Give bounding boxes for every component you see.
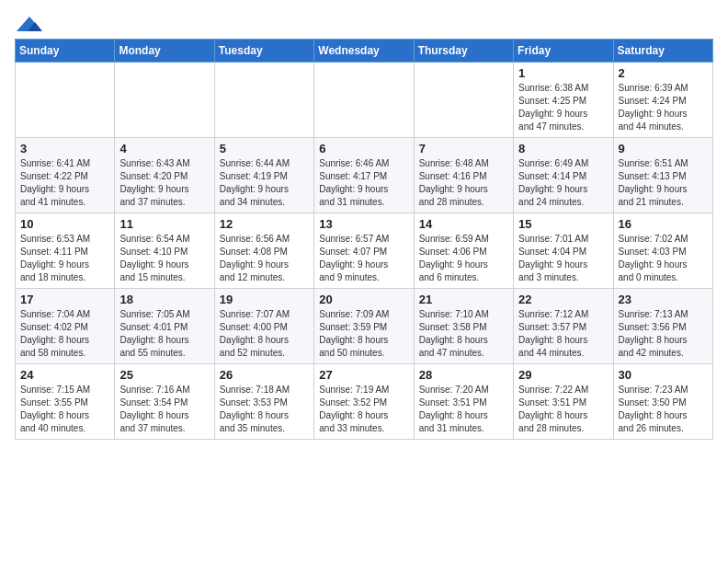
day-info: Sunrise: 7:12 AM Sunset: 3:57 PM Dayligh… bbox=[518, 308, 608, 360]
calendar-cell: 23Sunrise: 7:13 AM Sunset: 3:56 PM Dayli… bbox=[613, 289, 712, 364]
day-info: Sunrise: 7:04 AM Sunset: 4:02 PM Dayligh… bbox=[20, 308, 109, 360]
day-info: Sunrise: 6:54 AM Sunset: 4:10 PM Dayligh… bbox=[119, 233, 209, 284]
calendar-cell: 8Sunrise: 6:49 AM Sunset: 4:14 PM Daylig… bbox=[514, 138, 613, 213]
calendar-cell: 11Sunrise: 6:54 AM Sunset: 4:10 PM Dayli… bbox=[115, 213, 214, 289]
day-number: 6 bbox=[319, 142, 408, 155]
day-info: Sunrise: 6:46 AM Sunset: 4:17 PM Dayligh… bbox=[319, 157, 408, 209]
calendar-week-row: 3Sunrise: 6:41 AM Sunset: 4:22 PM Daylig… bbox=[16, 138, 713, 213]
calendar-cell: 16Sunrise: 7:02 AM Sunset: 4:03 PM Dayli… bbox=[613, 213, 712, 289]
day-number: 8 bbox=[518, 142, 608, 155]
day-info: Sunrise: 7:02 AM Sunset: 4:03 PM Dayligh… bbox=[619, 233, 708, 284]
day-number: 24 bbox=[20, 368, 109, 382]
day-number: 19 bbox=[220, 293, 309, 306]
day-info: Sunrise: 7:01 AM Sunset: 4:04 PM Dayligh… bbox=[518, 233, 608, 284]
calendar-cell: 7Sunrise: 6:48 AM Sunset: 4:16 PM Daylig… bbox=[414, 138, 513, 213]
day-info: Sunrise: 6:44 AM Sunset: 4:19 PM Dayligh… bbox=[220, 157, 309, 209]
calendar-cell bbox=[214, 63, 313, 138]
day-number: 5 bbox=[220, 142, 309, 155]
day-info: Sunrise: 6:39 AM Sunset: 4:24 PM Dayligh… bbox=[619, 82, 708, 133]
day-number: 14 bbox=[419, 217, 508, 231]
day-number: 21 bbox=[419, 293, 508, 306]
calendar-cell: 22Sunrise: 7:12 AM Sunset: 3:57 PM Dayli… bbox=[514, 289, 613, 364]
header-wednesday: Wednesday bbox=[314, 40, 414, 63]
header-monday: Monday bbox=[115, 40, 214, 63]
calendar-cell: 20Sunrise: 7:09 AM Sunset: 3:59 PM Dayli… bbox=[314, 289, 414, 364]
header-tuesday: Tuesday bbox=[214, 40, 313, 63]
calendar-cell: 1Sunrise: 6:38 AM Sunset: 4:25 PM Daylig… bbox=[514, 63, 613, 138]
day-number: 17 bbox=[20, 293, 109, 306]
calendar-cell: 26Sunrise: 7:18 AM Sunset: 3:53 PM Dayli… bbox=[214, 364, 313, 440]
day-info: Sunrise: 7:13 AM Sunset: 3:56 PM Dayligh… bbox=[619, 308, 708, 360]
day-info: Sunrise: 7:07 AM Sunset: 4:00 PM Dayligh… bbox=[220, 308, 309, 360]
day-info: Sunrise: 7:16 AM Sunset: 3:54 PM Dayligh… bbox=[119, 384, 209, 435]
day-number: 15 bbox=[518, 217, 608, 231]
day-info: Sunrise: 6:38 AM Sunset: 4:25 PM Dayligh… bbox=[518, 82, 608, 133]
day-info: Sunrise: 6:53 AM Sunset: 4:11 PM Dayligh… bbox=[20, 233, 109, 284]
calendar-cell: 27Sunrise: 7:19 AM Sunset: 3:52 PM Dayli… bbox=[314, 364, 414, 440]
day-number: 28 bbox=[419, 368, 508, 382]
header-saturday: Saturday bbox=[613, 40, 712, 63]
day-info: Sunrise: 7:23 AM Sunset: 3:50 PM Dayligh… bbox=[619, 384, 708, 435]
calendar-header-row: SundayMondayTuesdayWednesdayThursdayFrid… bbox=[16, 40, 713, 63]
day-info: Sunrise: 6:56 AM Sunset: 4:08 PM Dayligh… bbox=[220, 233, 309, 284]
day-number: 30 bbox=[619, 368, 708, 382]
day-number: 1 bbox=[518, 66, 608, 80]
day-number: 25 bbox=[119, 368, 209, 382]
day-number: 7 bbox=[419, 142, 508, 155]
day-number: 18 bbox=[119, 293, 209, 306]
day-number: 26 bbox=[220, 368, 309, 382]
day-number: 9 bbox=[619, 142, 708, 155]
day-number: 20 bbox=[319, 293, 408, 306]
calendar-cell: 4Sunrise: 6:43 AM Sunset: 4:20 PM Daylig… bbox=[115, 138, 214, 213]
day-number: 23 bbox=[619, 293, 708, 306]
day-number: 4 bbox=[119, 142, 209, 155]
calendar-table: SundayMondayTuesdayWednesdayThursdayFrid… bbox=[15, 39, 713, 440]
day-info: Sunrise: 6:59 AM Sunset: 4:06 PM Dayligh… bbox=[419, 233, 508, 284]
calendar-cell: 18Sunrise: 7:05 AM Sunset: 4:01 PM Dayli… bbox=[115, 289, 214, 364]
day-number: 11 bbox=[119, 217, 209, 231]
header-sunday: Sunday bbox=[16, 40, 115, 63]
header-friday: Friday bbox=[514, 40, 613, 63]
calendar-cell: 9Sunrise: 6:51 AM Sunset: 4:13 PM Daylig… bbox=[613, 138, 712, 213]
calendar-cell: 30Sunrise: 7:23 AM Sunset: 3:50 PM Dayli… bbox=[613, 364, 712, 440]
calendar-cell: 17Sunrise: 7:04 AM Sunset: 4:02 PM Dayli… bbox=[16, 289, 115, 364]
calendar-cell: 6Sunrise: 6:46 AM Sunset: 4:17 PM Daylig… bbox=[314, 138, 414, 213]
day-number: 13 bbox=[319, 217, 408, 231]
day-number: 16 bbox=[619, 217, 708, 231]
day-info: Sunrise: 7:10 AM Sunset: 3:58 PM Dayligh… bbox=[419, 308, 508, 360]
day-info: Sunrise: 7:18 AM Sunset: 3:53 PM Dayligh… bbox=[220, 384, 309, 435]
calendar-cell: 24Sunrise: 7:15 AM Sunset: 3:55 PM Dayli… bbox=[16, 364, 115, 440]
calendar-cell: 28Sunrise: 7:20 AM Sunset: 3:51 PM Dayli… bbox=[414, 364, 513, 440]
calendar-cell: 25Sunrise: 7:16 AM Sunset: 3:54 PM Dayli… bbox=[115, 364, 214, 440]
calendar-cell bbox=[115, 63, 214, 138]
day-number: 22 bbox=[518, 293, 608, 306]
day-info: Sunrise: 6:48 AM Sunset: 4:16 PM Dayligh… bbox=[419, 157, 508, 209]
calendar-cell: 19Sunrise: 7:07 AM Sunset: 4:00 PM Dayli… bbox=[214, 289, 313, 364]
calendar-cell: 5Sunrise: 6:44 AM Sunset: 4:19 PM Daylig… bbox=[214, 138, 313, 213]
calendar-week-row: 10Sunrise: 6:53 AM Sunset: 4:11 PM Dayli… bbox=[16, 213, 713, 289]
calendar-week-row: 24Sunrise: 7:15 AM Sunset: 3:55 PM Dayli… bbox=[16, 364, 713, 440]
calendar-cell bbox=[414, 63, 513, 138]
calendar-cell: 21Sunrise: 7:10 AM Sunset: 3:58 PM Dayli… bbox=[414, 289, 513, 364]
day-info: Sunrise: 7:19 AM Sunset: 3:52 PM Dayligh… bbox=[319, 384, 408, 435]
day-number: 2 bbox=[619, 66, 708, 80]
day-info: Sunrise: 6:51 AM Sunset: 4:13 PM Dayligh… bbox=[619, 157, 708, 209]
calendar-cell: 10Sunrise: 6:53 AM Sunset: 4:11 PM Dayli… bbox=[16, 213, 115, 289]
calendar-cell: 15Sunrise: 7:01 AM Sunset: 4:04 PM Dayli… bbox=[514, 213, 613, 289]
header-thursday: Thursday bbox=[414, 40, 513, 63]
day-info: Sunrise: 7:20 AM Sunset: 3:51 PM Dayligh… bbox=[419, 384, 508, 435]
calendar-cell: 2Sunrise: 6:39 AM Sunset: 4:24 PM Daylig… bbox=[613, 63, 712, 138]
calendar-cell: 13Sunrise: 6:57 AM Sunset: 4:07 PM Dayli… bbox=[314, 213, 414, 289]
logo-icon bbox=[17, 15, 42, 35]
calendar-cell: 3Sunrise: 6:41 AM Sunset: 4:22 PM Daylig… bbox=[16, 138, 115, 213]
day-number: 3 bbox=[20, 142, 109, 155]
day-info: Sunrise: 6:57 AM Sunset: 4:07 PM Dayligh… bbox=[319, 233, 408, 284]
calendar-cell: 29Sunrise: 7:22 AM Sunset: 3:51 PM Dayli… bbox=[514, 364, 613, 440]
day-info: Sunrise: 6:41 AM Sunset: 4:22 PM Dayligh… bbox=[20, 157, 109, 209]
day-info: Sunrise: 6:49 AM Sunset: 4:14 PM Dayligh… bbox=[518, 157, 608, 209]
day-info: Sunrise: 7:05 AM Sunset: 4:01 PM Dayligh… bbox=[119, 308, 209, 360]
logo bbox=[15, 15, 42, 31]
calendar-cell: 12Sunrise: 6:56 AM Sunset: 4:08 PM Dayli… bbox=[214, 213, 313, 289]
calendar-week-row: 17Sunrise: 7:04 AM Sunset: 4:02 PM Dayli… bbox=[16, 289, 713, 364]
day-number: 29 bbox=[518, 368, 608, 382]
